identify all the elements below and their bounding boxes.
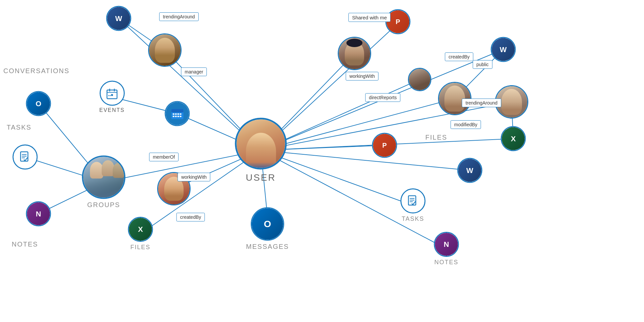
calendar-node: ●● EVENTS xyxy=(99,81,125,113)
member-of-label: memberOf xyxy=(149,153,179,161)
working-with-right-label: workingWith xyxy=(346,72,379,80)
messages-label: MESSAGES xyxy=(246,243,289,251)
person-shared-node xyxy=(338,37,371,70)
user-label: USER xyxy=(246,172,276,183)
trending-around-top-label: trendingAround xyxy=(159,12,199,21)
svg-rect-38 xyxy=(175,116,177,117)
events-calendar-node xyxy=(165,101,190,126)
shared-with-me-label: Shared with me xyxy=(348,13,391,22)
outlook-left-node: O xyxy=(26,91,51,116)
public-label: public xyxy=(473,60,493,69)
onenote-left-node: N xyxy=(26,201,51,226)
manager-person-node xyxy=(148,33,182,67)
conversations-label: CONVERSATIONS xyxy=(3,67,70,75)
created-by-right-label: createdBy xyxy=(445,52,473,61)
svg-rect-40 xyxy=(180,116,181,117)
svg-point-29 xyxy=(111,94,113,96)
svg-rect-35 xyxy=(177,113,179,115)
events-label: EVENTS xyxy=(99,107,125,113)
groups-node: GROUPS xyxy=(82,156,125,209)
svg-text:●●: ●● xyxy=(108,94,111,96)
person-working-with-right-node xyxy=(408,68,431,91)
notes-left-label: NOTES xyxy=(12,240,38,248)
svg-rect-37 xyxy=(173,116,174,117)
trending-around-right-label: trendingAround xyxy=(462,99,501,107)
word-right2-node: W xyxy=(457,158,482,183)
ppt-right-node: P xyxy=(372,133,397,158)
svg-rect-32 xyxy=(171,109,183,112)
direct-reports-label: directReports xyxy=(365,93,400,102)
notes-right-label: NOTES xyxy=(434,259,458,266)
excel-bottom-node: X FILES xyxy=(128,217,153,251)
working-with-left-label: workingWith xyxy=(178,173,210,181)
svg-rect-33 xyxy=(173,113,174,115)
tasks-left-label: TASKS xyxy=(7,124,31,131)
files-bottom-label: FILES xyxy=(130,244,150,251)
graph-diagram: USER W ≡ trendingAround manager xyxy=(0,0,644,322)
svg-line-15 xyxy=(261,150,470,170)
onenote-right-node: N NOTES xyxy=(434,232,459,266)
groups-label: GROUPS xyxy=(87,201,120,209)
svg-rect-34 xyxy=(175,113,177,115)
files-right-label: FILES xyxy=(425,134,447,141)
tasks-left-node xyxy=(13,145,38,170)
tasks-right-label: TASKS xyxy=(402,215,424,222)
modified-by-label: modifiedBy xyxy=(450,120,481,129)
svg-rect-39 xyxy=(177,116,179,117)
messages-node: O MESSAGES xyxy=(246,207,289,251)
user-node: USER xyxy=(235,118,287,183)
manager-label: manager xyxy=(181,67,207,76)
svg-rect-36 xyxy=(180,113,181,115)
word-top-node: W ≡ xyxy=(106,6,131,31)
tasks-right-node: TASKS xyxy=(401,188,426,222)
excel-right-node: X xyxy=(501,126,526,151)
created-by-bottom-label: createdBy xyxy=(176,213,205,221)
word-public-node: W xyxy=(491,37,516,62)
svg-line-11 xyxy=(261,99,455,150)
